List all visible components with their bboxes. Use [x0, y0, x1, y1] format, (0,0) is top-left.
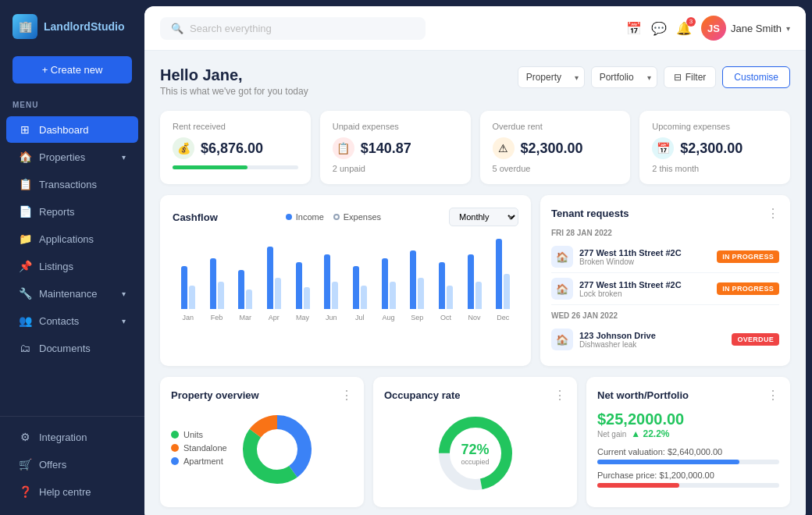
- search-box[interactable]: 🔍 Search everything: [160, 17, 426, 40]
- bar-group: [353, 266, 367, 309]
- request-item[interactable]: 🏠 277 West 11th Street #2C Broken Window…: [551, 241, 779, 273]
- user-menu[interactable]: JS Jane Smith ▾: [701, 16, 790, 41]
- sidebar-item-maintenance[interactable]: 🔧 Maintenance ▾: [6, 280, 138, 307]
- income-bar: [410, 250, 416, 309]
- tenant-requests-header: Tenant requests ⋮: [551, 206, 779, 221]
- income-bar: [353, 266, 359, 309]
- bottom-row: Property overview ⋮ Units Standalone: [160, 377, 790, 507]
- chart-month: Oct: [433, 262, 458, 321]
- purchase-price-fill: [597, 483, 679, 488]
- sidebar-item-documents[interactable]: 🗂 Documents: [6, 335, 138, 361]
- expense-bar: [475, 282, 482, 309]
- middle-row: Cashflow Income Expenses Month: [160, 195, 790, 366]
- apartment-dot: [171, 457, 179, 465]
- request-item[interactable]: 🏠 123 Johnson Drive Dishwasher leak OVER…: [551, 324, 779, 355]
- sidebar-item-applications[interactable]: 📁 Applications: [6, 226, 138, 252]
- portfolio-filter[interactable]: Portfolio: [591, 66, 657, 88]
- sidebar-bottom: ⚙ Integration 🛒 Offers ❓ Help centre: [0, 416, 144, 515]
- expense-bar: [447, 286, 453, 309]
- customise-button[interactable]: Customise: [722, 66, 790, 88]
- reports-icon: 📄: [19, 205, 31, 218]
- sidebar-item-contacts[interactable]: 👥 Contacts ▾: [6, 307, 138, 334]
- sidebar-item-label: Dashboard: [39, 124, 89, 136]
- income-dot: [286, 214, 292, 220]
- net-worth-card: Net worth/Portfolio ⋮ $25,2000.00 Net ga…: [586, 377, 790, 507]
- filter-icon: ⊟: [674, 72, 682, 83]
- notification-icon-btn[interactable]: 🔔 3: [676, 21, 692, 36]
- more-options-icon[interactable]: ⋮: [767, 388, 779, 403]
- period-select[interactable]: Monthly: [449, 208, 518, 226]
- dashboard-title: Hello Jane, This is what we've got for y…: [160, 66, 308, 97]
- chevron-down-icon: ▾: [122, 289, 126, 298]
- sidebar-item-listings[interactable]: 📌 Listings: [6, 253, 138, 279]
- bar-group: [439, 262, 453, 309]
- month-label: Dec: [497, 314, 509, 321]
- property-filter[interactable]: Property: [518, 66, 585, 88]
- request-item[interactable]: 🏠 277 West 11th Street #2C Lock broken I…: [551, 273, 779, 305]
- sidebar-item-label: Properties: [39, 151, 85, 163]
- create-button[interactable]: + Create new: [12, 56, 132, 83]
- search-placeholder: Search everything: [190, 23, 272, 34]
- chart-month: Jul: [347, 266, 372, 321]
- upcoming-icon: 📅: [652, 137, 674, 159]
- chart-month: Feb: [205, 258, 230, 321]
- more-options-icon[interactable]: ⋮: [340, 388, 353, 403]
- chart-month: Jan: [176, 266, 201, 321]
- sidebar-item-offers[interactable]: 🛒 Offers: [6, 451, 138, 478]
- bar-group: [267, 247, 281, 309]
- stat-label: Overdue rent: [493, 122, 618, 131]
- notification-badge: 3: [686, 17, 696, 27]
- sidebar-item-integration[interactable]: ⚙ Integration: [6, 424, 138, 450]
- calendar-icon-btn[interactable]: 📅: [626, 21, 642, 36]
- expense-bar: [390, 282, 396, 309]
- more-options-icon[interactable]: ⋮: [767, 206, 779, 221]
- chevron-down-icon: ▾: [122, 153, 126, 162]
- sidebar-item-dashboard[interactable]: ⊞ Dashboard: [6, 116, 138, 143]
- card-title: Occupancy rate: [384, 389, 461, 401]
- sidebar-item-help[interactable]: ❓ Help centre: [6, 478, 138, 505]
- req-address: 277 West 11th Street #2C: [579, 248, 710, 258]
- stat-label: Unpaid expenses: [333, 122, 458, 131]
- sidebar-item-transactions[interactable]: 📋 Transactions: [6, 171, 138, 197]
- sidebar-item-reports[interactable]: 📄 Reports: [6, 198, 138, 225]
- sidebar-item-properties[interactable]: 🏠 Properties ▾: [6, 144, 138, 170]
- expense-bar: [246, 289, 252, 309]
- income-label: Income: [296, 212, 324, 222]
- income-bar: [267, 247, 273, 309]
- transactions-icon: 📋: [19, 178, 31, 190]
- stat-sub: 5 overdue: [493, 164, 618, 173]
- filter-button[interactable]: ⊟ Filter: [664, 66, 717, 88]
- req-address: 123 Johnson Drive: [579, 331, 725, 340]
- unpaid-icon: 📋: [333, 137, 354, 159]
- overdue-icon: ⚠: [493, 137, 515, 159]
- bar-group: [410, 250, 424, 309]
- cashflow-chart: JanFebMarAprMayJunJulAugSepOctNovDec: [173, 236, 518, 321]
- expense-bar: [304, 287, 310, 309]
- chart-month: Nov: [462, 254, 487, 321]
- stat-sub: 2 unpaid: [333, 164, 458, 173]
- stat-value: $6,876.00: [201, 140, 263, 157]
- message-icon-btn[interactable]: 💬: [651, 21, 667, 36]
- net-gain-label: Net gain: [597, 430, 626, 439]
- card-title: Net worth/Portfolio: [597, 389, 689, 401]
- expense-bar: [275, 278, 281, 309]
- card-header: Occupancy rate ⋮: [384, 388, 566, 403]
- legend-standalone: Standalone: [171, 443, 227, 453]
- sidebar-nav: ⊞ Dashboard 🏠 Properties ▾ 📋 Transaction…: [0, 115, 144, 362]
- request-icon: 🏠: [551, 246, 573, 268]
- contacts-icon: 👥: [19, 314, 31, 327]
- stat-value: $2,300.00: [680, 140, 743, 157]
- cashflow-title: Cashflow: [173, 211, 218, 223]
- chart-month: Sep: [404, 250, 429, 321]
- expenses-label: Expenses: [344, 212, 381, 222]
- greeting: Hello Jane,: [160, 66, 308, 84]
- cashflow-header: Cashflow Income Expenses Month: [173, 208, 518, 226]
- status-badge: IN PROGRESS: [717, 282, 779, 295]
- current-valuation-fill: [597, 460, 739, 464]
- month-label: Jan: [183, 314, 194, 321]
- more-options-icon[interactable]: ⋮: [554, 388, 566, 403]
- user-name: Jane Smith: [731, 23, 782, 34]
- req-desc: Broken Window: [579, 258, 710, 266]
- net-gain-row: Net gain ▲ 22.2%: [597, 428, 779, 439]
- sidebar-item-label: Applications: [39, 233, 94, 245]
